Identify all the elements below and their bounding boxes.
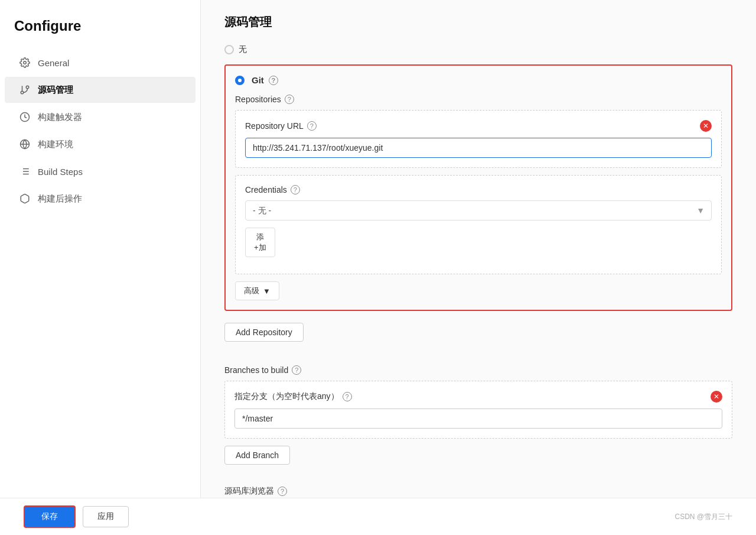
- git-help-icon[interactable]: ?: [269, 76, 278, 85]
- add-repository-button[interactable]: Add Repository: [224, 323, 304, 342]
- radio-git[interactable]: Git: [235, 75, 264, 85]
- main-content: 源码管理 无 Git ? Reposit: [201, 0, 756, 535]
- sidebar-item-label-general: General: [38, 58, 69, 68]
- sidebar: Configure General 源码管理 构建触发器 构建环境: [0, 0, 201, 535]
- sidebar-item-source[interactable]: 源码管理: [5, 77, 195, 103]
- list-icon: [19, 166, 31, 177]
- branches-section: Branches to build ? 指定分支（为空时代表any） ? ✕ A…: [224, 365, 732, 497]
- remove-repository-button[interactable]: ✕: [700, 120, 712, 132]
- advanced-button[interactable]: 高级 ▼: [235, 281, 279, 300]
- branch-specifier-help-icon[interactable]: ?: [343, 392, 352, 401]
- source-browser-label: 源码库浏览器 ?: [224, 486, 732, 497]
- sidebar-item-build-steps[interactable]: Build Steps: [5, 158, 195, 184]
- branch-specifier-label: 指定分支（为空时代表any） ?: [234, 391, 352, 402]
- sidebar-item-post-build[interactable]: 构建后操作: [5, 186, 195, 212]
- git-header: Git ?: [235, 75, 722, 85]
- sidebar-item-label-source: 源码管理: [38, 85, 73, 96]
- globe-icon: [19, 138, 31, 150]
- gear-icon: [19, 57, 31, 69]
- svg-point-0: [24, 61, 27, 64]
- sidebar-item-label-post-build: 构建后操作: [38, 193, 82, 205]
- branch-header: 指定分支（为空时代表any） ? ✕: [234, 391, 722, 403]
- repo-url-header: Repository URL ? ✕: [245, 120, 712, 132]
- radio-none-label: 无: [239, 44, 247, 55]
- sidebar-item-general[interactable]: General: [5, 50, 195, 76]
- credentials-label: Credentials ?: [245, 185, 712, 194]
- clock-icon: [19, 111, 31, 123]
- bottom-bar: 保存 应用 CSDN @雪月三十: [0, 498, 756, 535]
- git-section: Git ? Repositories ? Repository URL ?: [224, 64, 732, 311]
- branch-icon: [19, 84, 31, 96]
- save-button[interactable]: 保存: [24, 505, 76, 528]
- radio-git-label: Git: [252, 75, 264, 85]
- radio-none[interactable]: 无: [224, 44, 732, 55]
- repositories-label: Repositories ?: [235, 95, 722, 104]
- cube-icon: [19, 193, 31, 205]
- add-branch-button[interactable]: Add Branch: [224, 446, 290, 465]
- credentials-help-icon[interactable]: ?: [291, 185, 300, 194]
- remove-branch-button[interactable]: ✕: [711, 391, 722, 403]
- watermark: CSDN @雪月三十: [674, 512, 732, 522]
- branch-input[interactable]: [234, 408, 722, 429]
- svg-point-3: [21, 91, 24, 94]
- repository-url-input[interactable]: [245, 138, 712, 158]
- radio-none-circle: [224, 45, 234, 54]
- credentials-select-wrapper: - 无 - ▼: [245, 200, 712, 221]
- branches-label: Branches to build ?: [224, 365, 732, 375]
- credentials-select[interactable]: - 无 -: [245, 200, 712, 221]
- add-credentials-button[interactable]: 添+加: [245, 228, 275, 257]
- sidebar-item-trigger[interactable]: 构建触发器: [5, 104, 195, 130]
- source-type-radio-group: 无: [224, 44, 732, 55]
- repositories-help-icon[interactable]: ?: [285, 95, 294, 104]
- radio-git-circle: [235, 76, 245, 85]
- sidebar-item-label-trigger: 构建触发器: [38, 112, 82, 123]
- sidebar-item-label-build-steps: Build Steps: [38, 167, 83, 177]
- chevron-down-icon: ▼: [263, 287, 271, 296]
- apply-button[interactable]: 应用: [83, 506, 129, 527]
- sidebar-item-label-env: 构建环境: [38, 139, 73, 150]
- branches-help-icon[interactable]: ?: [292, 365, 301, 375]
- page-title: 源码管理: [224, 14, 732, 30]
- repo-url-help-icon[interactable]: ?: [307, 121, 317, 131]
- source-browser-help-icon[interactable]: ?: [278, 487, 287, 496]
- repo-url-label: Repository URL ?: [245, 121, 317, 131]
- sidebar-title: Configure: [0, 12, 200, 48]
- branch-block: 指定分支（为空时代表any） ? ✕: [224, 381, 732, 439]
- sidebar-item-env[interactable]: 构建环境: [5, 131, 195, 157]
- svg-point-2: [26, 86, 29, 89]
- credentials-section: Credentials ? - 无 - ▼ 添+加: [235, 175, 722, 274]
- repository-block: Repository URL ? ✕: [235, 110, 722, 168]
